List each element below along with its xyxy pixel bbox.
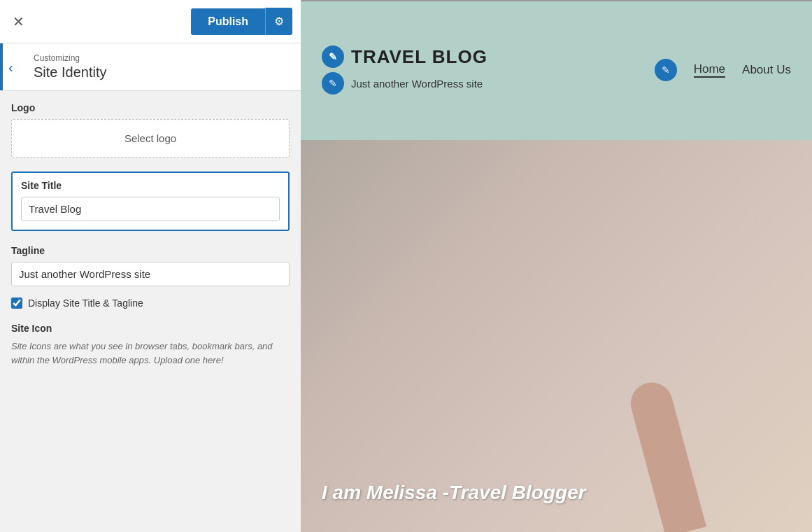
preview-tagline: Just another WordPress site [351, 78, 483, 90]
pencil-icon-2: ✎ [329, 78, 337, 89]
pencil-icon-3: ✎ [662, 64, 670, 76]
publish-button[interactable]: Publish [191, 8, 265, 35]
section-title: Site Identity [34, 64, 290, 80]
site-title-preview: ✎ TRAVEL BLOG [322, 46, 487, 68]
site-icon-section: Site Icon Site Icons are what you see in… [11, 323, 290, 367]
preview-top-line [301, 0, 812, 1]
edit-tagline-icon[interactable]: ✎ [322, 72, 344, 94]
top-bar: ✕ Publish ⚙ [0, 0, 301, 43]
nav-link-about[interactable]: About Us [742, 63, 791, 77]
settings-button[interactable]: ⚙ [265, 8, 292, 35]
preview-panel: ✎ TRAVEL BLOG ✎ Just another WordPress s… [301, 0, 812, 532]
display-checkbox-label[interactable]: Display Site Title & Tagline [28, 298, 143, 309]
tagline-section: Tagline [11, 245, 290, 286]
site-tagline-preview: ✎ Just another WordPress site [322, 72, 487, 94]
logo-group: Logo Select logo [11, 102, 290, 158]
preview-hero: I am Melissa -Travel Blogger [301, 140, 812, 532]
edit-site-title-icon[interactable]: ✎ [322, 46, 344, 68]
close-button[interactable]: ✕ [8, 10, 29, 33]
select-logo-button[interactable]: Select logo [12, 120, 289, 157]
edit-nav-icon[interactable]: ✎ [655, 59, 677, 81]
hero-hand-image [602, 336, 742, 532]
nav-link-home[interactable]: Home [694, 62, 725, 78]
display-checkbox-row: Display Site Title & Tagline [11, 298, 290, 309]
site-icon-label: Site Icon [11, 323, 290, 334]
customizer-panel: ✕ Publish ⚙ ‹ Customizing Site Identity … [0, 0, 301, 532]
nav-links: ✎ Home About Us [655, 59, 791, 81]
site-icon-description: Site Icons are what you see in browser t… [11, 340, 290, 367]
pencil-icon: ✎ [329, 51, 338, 62]
logo-select-area: Select logo [11, 119, 290, 158]
preview-nav: ✎ TRAVEL BLOG ✎ Just another WordPress s… [322, 46, 791, 94]
preview-site-title: TRAVEL BLOG [351, 46, 487, 68]
publish-area: Publish ⚙ [191, 8, 292, 35]
site-title-label: Site Title [21, 180, 280, 191]
preview-header: ✎ TRAVEL BLOG ✎ Just another WordPress s… [301, 0, 812, 140]
back-button[interactable]: ‹ [8, 59, 13, 75]
logo-label: Logo [11, 102, 290, 113]
customizing-label: Customizing [34, 53, 290, 63]
display-checkbox[interactable] [11, 298, 22, 309]
panel-content: Logo Select logo Site Title Tagline Disp… [0, 91, 301, 532]
site-brand: ✎ TRAVEL BLOG ✎ Just another WordPress s… [322, 46, 487, 94]
section-header: ‹ Customizing Site Identity [0, 43, 301, 91]
tagline-label: Tagline [11, 245, 290, 256]
hero-text: I am Melissa -Travel Blogger [322, 482, 586, 504]
site-title-input[interactable] [21, 197, 280, 221]
tagline-input[interactable] [11, 262, 290, 286]
site-title-section: Site Title [11, 172, 290, 231]
